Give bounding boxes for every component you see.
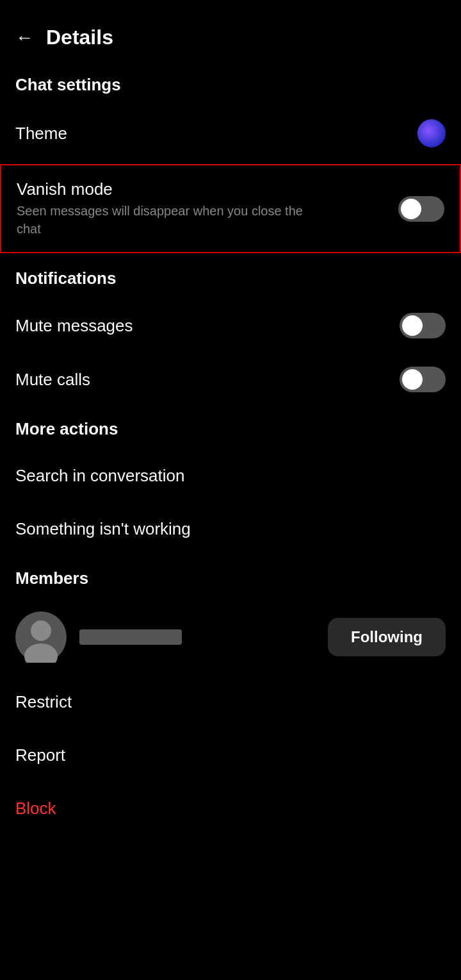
mute-messages-label: Mute messages [15,316,133,336]
block-row[interactable]: Block [0,782,461,835]
mute-calls-toggle[interactable] [400,367,446,392]
theme-row[interactable]: Theme [0,105,461,162]
more-actions-label: More actions [0,406,461,449]
member-row[interactable]: Following [15,599,446,676]
toggle-thumb [401,199,421,219]
header: ← Details [0,0,461,62]
vanish-mode-subtitle: Seen messages will disappear when you cl… [17,202,324,238]
theme-circle [417,119,446,147]
vanish-mode-row[interactable]: Vanish mode Seen messages will disappear… [0,164,461,253]
member-name-placeholder [79,629,182,645]
toggle-track [398,196,444,222]
members-label: Members [0,556,461,599]
toggle-thumb [402,369,423,390]
following-button[interactable]: Following [328,618,446,656]
svg-point-1 [31,620,51,641]
mute-messages-toggle[interactable] [400,313,446,338]
notifications-label: Notifications [0,256,461,299]
mute-messages-row[interactable]: Mute messages [0,299,461,353]
back-button[interactable]: ← [15,28,33,48]
avatar [15,611,67,663]
something-isnt-working-row[interactable]: Something isn't working [0,502,461,556]
search-in-conversation-row[interactable]: Search in conversation [0,449,461,502]
mute-calls-label: Mute calls [15,370,90,390]
vanish-mode-text: Vanish mode Seen messages will disappear… [17,179,398,238]
toggle-track [400,367,446,392]
vanish-mode-label: Vanish mode [17,179,398,199]
report-row[interactable]: Report [0,729,461,782]
vanish-mode-toggle[interactable] [398,196,444,222]
toggle-thumb [402,315,423,336]
mute-calls-row[interactable]: Mute calls [0,353,461,406]
toggle-track [400,313,446,338]
members-section: Following [0,599,461,676]
restrict-row[interactable]: Restrict [0,676,461,729]
theme-label: Theme [15,124,67,144]
chat-settings-label: Chat settings [0,62,461,105]
avatar-svg [15,611,67,663]
page-title: Details [46,26,113,49]
